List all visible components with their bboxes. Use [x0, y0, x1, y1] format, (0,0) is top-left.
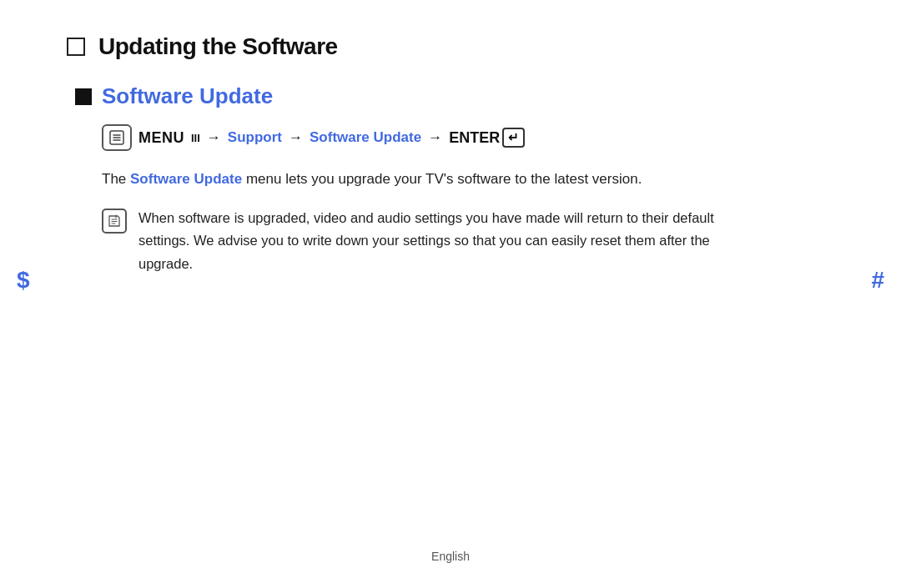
arrow-2: → — [289, 129, 303, 146]
menu-subscript: III — [191, 132, 200, 144]
section-heading: Software Update — [75, 83, 768, 109]
arrow-1: → — [207, 129, 221, 146]
description-suffix: menu lets you upgrade your TV's software… — [246, 171, 642, 187]
software-update-section: Software Update MENUIII → Support → Soft… — [75, 83, 768, 275]
checkbox-icon — [67, 38, 85, 56]
main-heading-container: Updating the Software — [67, 33, 768, 60]
note-text: When software is upgraded, video and aud… — [138, 207, 768, 275]
description-prefix: The — [102, 171, 126, 187]
software-update-link: Software Update — [310, 129, 421, 146]
menu-label: MENU — [138, 129, 184, 147]
description-blue-text: Software Update — [130, 171, 242, 187]
enter-box-icon: ↵ — [502, 128, 525, 148]
note-container: When software is upgraded, video and aud… — [102, 207, 768, 275]
footer-language: English — [431, 550, 470, 563]
support-link: Support — [228, 129, 282, 146]
arrow-3: → — [428, 129, 442, 146]
menu-path: MENUIII → Support → Software Update → EN… — [102, 124, 768, 151]
side-marker-left: $ — [17, 267, 30, 294]
side-marker-right: # — [871, 267, 884, 294]
filled-square-icon — [75, 88, 92, 105]
section-title: Software Update — [102, 83, 273, 109]
note-icon — [102, 209, 127, 234]
enter-label: ENTER↵ — [449, 128, 525, 148]
description-text: The Software Update menu lets you upgrad… — [102, 168, 768, 190]
main-title: Updating the Software — [98, 33, 338, 60]
menu-icon — [102, 124, 132, 151]
